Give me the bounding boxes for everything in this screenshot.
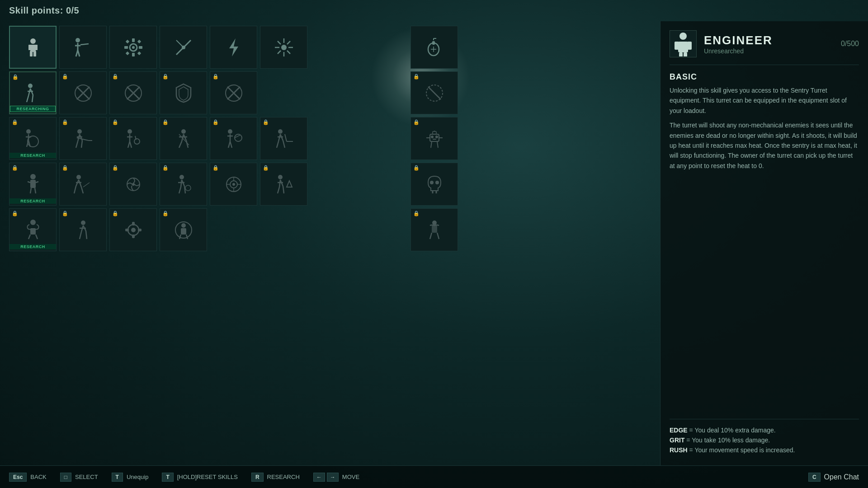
skill-cell[interactable]: 🔒 [410, 163, 458, 206]
skill-cell[interactable]: 🔒 [260, 117, 307, 160]
svg-line-32 [287, 51, 290, 54]
svg-point-91 [235, 134, 242, 141]
svg-point-162 [131, 228, 136, 232]
svg-marker-25 [229, 38, 238, 56]
svg-rect-20 [125, 51, 129, 55]
svg-line-11 [80, 44, 89, 45]
svg-line-130 [179, 187, 181, 193]
skill-cell[interactable]: 🔒 [260, 163, 307, 206]
skill-cell[interactable]: 🔒 [410, 208, 458, 251]
svg-rect-164 [132, 235, 135, 238]
header: Skill points: 0/5 [0, 0, 868, 21]
skill-cell[interactable]: 🔒 [109, 117, 157, 160]
hotkey-reset: T [HOLD]RESET SKILLS [162, 473, 238, 482]
svg-point-132 [185, 185, 191, 191]
skill-cell[interactable]: 🔒 [410, 117, 458, 160]
lock-icon: 🔒 [212, 165, 219, 171]
arrow-left[interactable]: ← [313, 473, 325, 482]
svg-line-23 [176, 40, 183, 47]
reset-key: T [162, 473, 173, 482]
svg-line-115 [30, 188, 31, 193]
svg-rect-177 [678, 42, 688, 52]
svg-line-45 [27, 96, 28, 102]
skill-cell[interactable] [210, 26, 257, 69]
svg-line-57 [428, 87, 441, 99]
svg-point-148 [435, 181, 439, 184]
skill-cell[interactable]: 🔒 [210, 71, 257, 114]
char-name: ENGINEER [704, 33, 773, 47]
skill-cell[interactable]: 🔒 [109, 163, 157, 206]
skill-cell[interactable]: 🔒 RESEARCH [9, 208, 57, 251]
skill-cell[interactable] [160, 26, 207, 69]
lock-icon: 🔒 [12, 165, 18, 171]
stat-edge-name: EDGE [670, 427, 688, 434]
char-status: Unresearched [704, 47, 773, 55]
svg-line-109 [431, 141, 432, 148]
skill-cell[interactable] [109, 26, 157, 69]
skill-label: RESEARCH [9, 244, 56, 249]
svg-line-113 [28, 182, 30, 183]
hotkey-select: □ SELECT [60, 473, 98, 482]
skill-cell[interactable]: 🔒 RESEARCH [9, 163, 57, 206]
lock-icon: 🔒 [162, 165, 169, 171]
char-avatar [670, 30, 697, 57]
bottom-bar: Esc BACK □ SELECT T Unequip T [HOLD]RESE… [0, 465, 868, 488]
svg-rect-15 [132, 53, 135, 56]
skill-cell[interactable]: 🔒 [210, 163, 257, 206]
desc-1: Unlocking this skill gives you access to… [670, 85, 859, 116]
svg-line-153 [28, 235, 30, 239]
svg-line-121 [81, 187, 83, 193]
svg-line-99 [285, 134, 287, 141]
skill-cell[interactable]: 🔒 [59, 208, 107, 251]
char-info: ENGINEER Unresearched 0/500 [670, 30, 859, 65]
skill-cell[interactable]: 🔒 [410, 71, 458, 114]
svg-point-64 [77, 129, 82, 134]
skill-cell[interactable]: 🔒 [160, 71, 207, 114]
move-arrows: ← → [313, 473, 339, 482]
skill-cell[interactable] [9, 26, 57, 69]
svg-line-69 [81, 141, 82, 148]
back-label: BACK [30, 474, 46, 480]
svg-rect-14 [132, 38, 135, 42]
open-chat: C Open Chat [808, 473, 859, 482]
svg-point-0 [30, 38, 36, 44]
stat-rush: RUSH = Your movement speed is increased. [670, 446, 859, 454]
skill-description: Unlocking this skill gives you access to… [670, 85, 859, 171]
skill-cell[interactable]: 🔒 [59, 163, 107, 206]
lock-icon: 🔒 [162, 211, 169, 216]
chat-key: C [808, 473, 821, 482]
svg-rect-104 [433, 139, 436, 140]
skill-cell[interactable]: 🔒 [210, 117, 257, 160]
skill-cell[interactable]: 🔒 [109, 71, 157, 114]
svg-point-140 [278, 175, 283, 179]
svg-line-145 [283, 186, 284, 193]
svg-point-58 [26, 129, 31, 134]
lock-icon: 🔒 [112, 74, 118, 80]
svg-point-117 [76, 175, 81, 179]
skill-cell[interactable] [59, 26, 107, 69]
svg-rect-179 [687, 42, 692, 50]
hotkey-research: R RESEARCH [251, 473, 300, 482]
lock-icon: 🔒 [62, 211, 68, 216]
svg-line-114 [36, 182, 38, 183]
skill-cell[interactable]: 🔒 [109, 208, 157, 251]
skill-row-1 [9, 26, 651, 69]
skill-cell[interactable]: 🔒 [59, 71, 107, 114]
svg-point-126 [179, 175, 184, 179]
skill-cell[interactable]: 🔒 RESEARCH [9, 117, 57, 160]
content-area: 🔒 RESEARCHING 🔒 [0, 21, 868, 465]
skill-cell[interactable] [260, 26, 307, 69]
move-label: MOVE [342, 474, 359, 480]
skill-cell[interactable]: 🔒 RESEARCHING [9, 71, 57, 114]
skill-cell[interactable]: 🔒 [160, 163, 207, 206]
arrow-right[interactable]: → [327, 473, 339, 482]
skill-cell[interactable]: 🔒 [160, 117, 207, 160]
skill-cell[interactable]: 🔒 [160, 208, 207, 251]
svg-line-160 [86, 231, 87, 239]
stat-grit-name: GRIT [670, 436, 684, 444]
skill-cell[interactable]: 🔒 [59, 117, 107, 160]
svg-rect-2 [28, 45, 31, 50]
svg-rect-4 [30, 51, 33, 56]
svg-line-42 [28, 89, 30, 96]
skill-cell[interactable] [410, 26, 458, 69]
